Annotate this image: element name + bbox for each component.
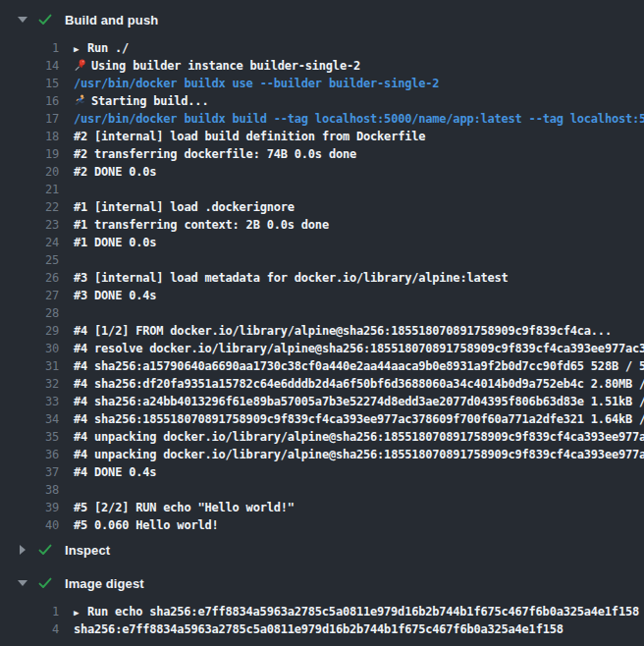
log-text: #4 sha256:185518070891758909c9f839cf4ca3… [74,410,644,428]
log-text: ▶Run echo sha256:e7ff8834a5963a2785c5a08… [74,603,639,620]
line-number[interactable]: 17 [0,110,59,128]
log-line[interactable]: 21 [0,181,644,198]
log-line[interactable]: 18#2 [internal] load build definition fr… [0,128,644,145]
line-number[interactable]: 21 [0,181,59,198]
line-number[interactable]: 22 [0,198,59,216]
log-line[interactable]: 26#3 [internal] load metadata for docker… [0,269,644,287]
log-text: Using builder instance builder-single-2 [74,57,360,75]
log-line[interactable]: 4sha256:e7ff8834a5963a2785c5a0811e979d16… [0,620,644,638]
log-text: #5 [2/2] RUN echo "Hello world!" [74,499,295,516]
log-text: #1 transferring context: 2B 0.0s done [74,216,329,234]
run-expand-icon[interactable]: ▶ [74,40,87,57]
line-number[interactable]: 24 [0,234,59,251]
log-text: #4 resolve docker.io/library/alpine@sha2… [74,340,644,357]
section-header-build-and-push[interactable]: Build and push [0,10,644,29]
log-text: Starting build... [74,92,208,110]
section-image-digest: Image digest 1▶Run echo sha256:e7ff8834a… [0,573,644,638]
log-text: #2 [internal] load build definition from… [74,128,425,145]
log-line[interactable]: 36#4 unpacking docker.io/library/alpine@… [0,446,644,463]
log-line[interactable]: 38 [0,481,644,499]
log-line[interactable]: 40#5 0.060 Hello world! [0,516,644,534]
line-number[interactable]: 1 [0,39,59,57]
log-line[interactable]: 22#1 [internal] load .dockerignore [0,198,644,216]
section-build-and-push: Build and push 1▶Run ./14Using builder i… [0,10,644,534]
section-header-image-digest[interactable]: Image digest [0,573,644,593]
log-text: #4 DONE 0.4s [74,463,156,481]
log-line[interactable]: 16Starting build... [0,92,644,110]
log-line[interactable]: 30#4 resolve docker.io/library/alpine@sh… [0,340,644,357]
log-line[interactable]: 15/usr/bin/docker buildx use --builder b… [0,75,644,92]
log-line[interactable]: 27#3 DONE 0.4s [0,287,644,304]
log-text: #5 0.060 Hello world! [74,516,219,534]
log-line[interactable]: 17/usr/bin/docker buildx build --tag loc… [0,110,644,128]
line-number[interactable]: 34 [0,410,59,428]
line-number[interactable]: 1 [0,603,59,620]
section-inspect: Inspect [0,540,644,560]
log-line[interactable]: 35#4 unpacking docker.io/library/alpine@… [0,428,644,446]
log-text: #1 DONE 0.0s [74,234,156,251]
line-number[interactable]: 15 [0,75,59,92]
log-text: #1 [internal] load .dockerignore [74,198,295,216]
log-line[interactable]: 24#1 DONE 0.0s [0,234,644,251]
line-number[interactable]: 40 [0,516,59,534]
line-number[interactable]: 29 [0,322,59,340]
log-line[interactable]: 32#4 sha256:df20fa9351a15782c64e6dddb2d4… [0,375,644,393]
line-number[interactable]: 14 [0,57,59,75]
log-line[interactable]: 20#2 DONE 0.0s [0,163,644,181]
log-line[interactable]: 29#4 [1/2] FROM docker.io/library/alpine… [0,322,644,340]
log-text: ▶Run ./ [74,39,129,57]
line-number[interactable]: 23 [0,216,59,234]
pushpin-emoji [74,57,87,75]
log-text: #4 sha256:df20fa9351a15782c64e6dddb2d4a6… [74,375,644,393]
line-number[interactable]: 28 [0,304,59,322]
line-number[interactable]: 39 [0,499,59,516]
log-text: #4 [1/2] FROM docker.io/library/alpine@s… [74,322,612,340]
section-title: Build and push [65,13,158,27]
log-line[interactable]: 1▶Run echo sha256:e7ff8834a5963a2785c5a0… [0,603,644,620]
line-number[interactable]: 37 [0,463,59,481]
line-number[interactable]: 19 [0,145,59,163]
log-line[interactable]: 1▶Run ./ [0,39,644,57]
log-text: sha256:e7ff8834a5963a2785c5a0811e979d16b… [74,620,564,638]
log-text: #3 [internal] load metadata for docker.i… [74,269,509,287]
log-line[interactable]: 19#2 transferring dockerfile: 74B 0.0s d… [0,145,644,163]
line-number[interactable]: 16 [0,92,59,110]
log-text: /usr/bin/docker buildx use --builder bui… [74,75,439,92]
line-number[interactable]: 32 [0,375,59,393]
check-success-icon [37,12,53,27]
section-header-inspect[interactable]: Inspect [0,540,644,560]
log-line[interactable]: 39#5 [2/2] RUN echo "Hello world!" [0,499,644,516]
log-line[interactable]: 28 [0,304,644,322]
line-number[interactable]: 38 [0,481,59,499]
log-lines-build-and-push: 1▶Run ./14Using builder instance builder… [0,39,644,534]
chevron-down-icon [18,578,27,588]
line-number[interactable]: 27 [0,287,59,304]
log-line[interactable]: 34#4 sha256:185518070891758909c9f839cf4c… [0,410,644,428]
line-number[interactable]: 25 [0,251,59,269]
line-number[interactable]: 20 [0,163,59,181]
log-text: #4 sha256:a24bb4013296f61e89ba57005a7b3e… [74,393,644,410]
log-line[interactable]: 31#4 sha256:a15790640a6690aa1730c38cf0a4… [0,357,644,375]
line-number[interactable]: 36 [0,446,59,463]
line-number[interactable]: 35 [0,428,59,446]
check-success-icon [37,542,53,558]
log-line[interactable]: 37#4 DONE 0.4s [0,463,644,481]
log-line[interactable]: 23#1 transferring context: 2B 0.0s done [0,216,644,234]
section-title: Inspect [65,543,110,558]
line-number[interactable]: 18 [0,128,59,145]
log-text: #4 unpacking docker.io/library/alpine@sh… [74,428,644,446]
log-line[interactable]: 25 [0,251,644,269]
line-number[interactable]: 26 [0,269,59,287]
log-line[interactable]: 14Using builder instance builder-single-… [0,57,644,75]
line-number[interactable]: 31 [0,357,59,375]
log-text: #3 DONE 0.4s [74,287,156,304]
log-text: #2 DONE 0.0s [74,163,156,181]
log-line[interactable]: 33#4 sha256:a24bb4013296f61e89ba57005a7b… [0,393,644,410]
log-lines-image-digest: 1▶Run echo sha256:e7ff8834a5963a2785c5a0… [0,603,644,638]
line-number[interactable]: 30 [0,340,59,357]
run-expand-icon[interactable]: ▶ [74,604,87,620]
check-success-icon [37,575,53,591]
line-number[interactable]: 33 [0,393,59,410]
log-text: /usr/bin/docker buildx build --tag local… [74,110,644,128]
line-number[interactable]: 4 [0,620,59,638]
